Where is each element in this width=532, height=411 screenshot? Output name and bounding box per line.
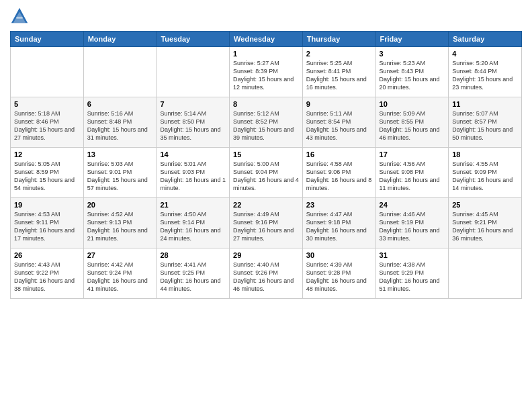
day-cell: 1Sunrise: 5:27 AMSunset: 8:39 PMDaylight… xyxy=(230,47,303,97)
day-number: 20 xyxy=(87,201,153,209)
day-info: Sunrise: 4:43 AMSunset: 9:22 PMDaylight:… xyxy=(14,261,80,293)
day-cell: 27Sunrise: 4:42 AMSunset: 9:24 PMDayligh… xyxy=(83,248,157,299)
day-number: 1 xyxy=(233,50,299,58)
day-number: 12 xyxy=(14,150,80,158)
day-number: 27 xyxy=(87,251,153,259)
day-cell xyxy=(157,47,230,97)
day-info: Sunrise: 5:09 AMSunset: 8:55 PMDaylight:… xyxy=(380,109,445,142)
day-info: Sunrise: 4:53 AMSunset: 9:11 PMDaylight:… xyxy=(14,210,80,243)
day-info: Sunrise: 4:45 AMSunset: 9:21 PMDaylight:… xyxy=(452,210,518,243)
day-cell: 28Sunrise: 4:41 AMSunset: 9:25 PMDayligh… xyxy=(157,248,230,299)
day-cell xyxy=(11,47,84,97)
day-number: 26 xyxy=(14,251,80,259)
logo xyxy=(10,7,32,26)
day-info: Sunrise: 5:11 AMSunset: 8:54 PMDaylight:… xyxy=(306,109,372,142)
col-header-wednesday: Wednesday xyxy=(230,32,303,47)
day-info: Sunrise: 4:55 AMSunset: 9:09 PMDaylight:… xyxy=(452,160,518,193)
day-info: Sunrise: 5:07 AMSunset: 8:57 PMDaylight:… xyxy=(452,109,518,142)
calendar-table: SundayMondayTuesdayWednesdayThursdayFrid… xyxy=(10,31,522,299)
day-info: Sunrise: 4:56 AMSunset: 9:08 PMDaylight:… xyxy=(380,160,445,193)
day-cell: 7Sunrise: 5:14 AMSunset: 8:50 PMDaylight… xyxy=(157,97,230,148)
day-cell: 20Sunrise: 4:52 AMSunset: 9:13 PMDayligh… xyxy=(83,198,157,248)
day-info: Sunrise: 5:25 AMSunset: 8:41 PMDaylight:… xyxy=(306,59,372,92)
day-cell: 9Sunrise: 5:11 AMSunset: 8:54 PMDaylight… xyxy=(302,97,375,148)
day-number: 19 xyxy=(14,201,80,209)
day-cell: 30Sunrise: 4:39 AMSunset: 9:28 PMDayligh… xyxy=(302,248,375,299)
day-number: 11 xyxy=(452,100,518,108)
week-row-2: 5Sunrise: 5:18 AMSunset: 8:46 PMDaylight… xyxy=(11,97,522,148)
day-number: 22 xyxy=(233,201,299,209)
day-number: 28 xyxy=(160,251,226,259)
day-number: 13 xyxy=(87,150,153,158)
day-info: Sunrise: 5:23 AMSunset: 8:43 PMDaylight:… xyxy=(380,59,445,92)
day-cell: 4Sunrise: 5:20 AMSunset: 8:44 PMDaylight… xyxy=(449,47,522,97)
day-info: Sunrise: 4:46 AMSunset: 9:19 PMDaylight:… xyxy=(380,210,445,243)
day-number: 2 xyxy=(306,50,372,58)
day-number: 24 xyxy=(380,201,445,209)
day-info: Sunrise: 5:12 AMSunset: 8:52 PMDaylight:… xyxy=(233,109,299,142)
week-row-5: 26Sunrise: 4:43 AMSunset: 9:22 PMDayligh… xyxy=(11,248,522,299)
day-number: 25 xyxy=(452,201,518,209)
day-cell: 3Sunrise: 5:23 AMSunset: 8:43 PMDaylight… xyxy=(375,47,449,97)
day-cell: 25Sunrise: 4:45 AMSunset: 9:21 PMDayligh… xyxy=(449,198,522,248)
day-cell: 24Sunrise: 4:46 AMSunset: 9:19 PMDayligh… xyxy=(375,198,449,248)
day-info: Sunrise: 5:18 AMSunset: 8:46 PMDaylight:… xyxy=(14,109,80,142)
header-row: SundayMondayTuesdayWednesdayThursdayFrid… xyxy=(11,32,522,47)
day-info: Sunrise: 4:42 AMSunset: 9:24 PMDaylight:… xyxy=(87,261,153,293)
col-header-friday: Friday xyxy=(375,32,449,47)
day-info: Sunrise: 4:52 AMSunset: 9:13 PMDaylight:… xyxy=(87,210,153,243)
day-cell: 31Sunrise: 4:38 AMSunset: 9:29 PMDayligh… xyxy=(375,248,449,299)
header xyxy=(10,7,522,26)
day-cell: 23Sunrise: 4:47 AMSunset: 9:18 PMDayligh… xyxy=(302,198,375,248)
day-info: Sunrise: 4:40 AMSunset: 9:26 PMDaylight:… xyxy=(233,261,299,293)
day-info: Sunrise: 5:14 AMSunset: 8:50 PMDaylight:… xyxy=(160,109,226,142)
day-info: Sunrise: 5:00 AMSunset: 9:04 PMDaylight:… xyxy=(233,160,299,193)
day-number: 8 xyxy=(233,100,299,108)
day-number: 3 xyxy=(380,50,445,58)
day-number: 15 xyxy=(233,150,299,158)
day-cell: 6Sunrise: 5:16 AMSunset: 8:48 PMDaylight… xyxy=(83,97,157,148)
day-cell: 18Sunrise: 4:55 AMSunset: 9:09 PMDayligh… xyxy=(449,148,522,198)
day-number: 6 xyxy=(87,100,153,108)
day-info: Sunrise: 4:41 AMSunset: 9:25 PMDaylight:… xyxy=(160,261,226,293)
calendar-page: SundayMondayTuesdayWednesdayThursdayFrid… xyxy=(0,0,532,411)
day-cell: 19Sunrise: 4:53 AMSunset: 9:11 PMDayligh… xyxy=(11,198,84,248)
day-info: Sunrise: 4:50 AMSunset: 9:14 PMDaylight:… xyxy=(160,210,226,243)
day-number: 14 xyxy=(160,150,226,158)
day-number: 4 xyxy=(452,50,518,58)
day-info: Sunrise: 4:38 AMSunset: 9:29 PMDaylight:… xyxy=(380,261,445,293)
week-row-3: 12Sunrise: 5:05 AMSunset: 8:59 PMDayligh… xyxy=(11,148,522,198)
day-cell: 22Sunrise: 4:49 AMSunset: 9:16 PMDayligh… xyxy=(230,198,303,248)
day-number: 10 xyxy=(380,100,445,108)
day-number: 29 xyxy=(233,251,299,259)
col-header-tuesday: Tuesday xyxy=(157,32,230,47)
svg-rect-2 xyxy=(16,17,22,19)
day-info: Sunrise: 5:01 AMSunset: 9:03 PMDaylight:… xyxy=(160,160,226,193)
day-number: 18 xyxy=(452,150,518,158)
day-cell: 29Sunrise: 4:40 AMSunset: 9:26 PMDayligh… xyxy=(230,248,303,299)
day-cell: 12Sunrise: 5:05 AMSunset: 8:59 PMDayligh… xyxy=(11,148,84,198)
day-cell: 26Sunrise: 4:43 AMSunset: 9:22 PMDayligh… xyxy=(11,248,84,299)
day-number: 21 xyxy=(160,201,226,209)
day-info: Sunrise: 4:39 AMSunset: 9:28 PMDaylight:… xyxy=(306,261,372,293)
col-header-sunday: Sunday xyxy=(11,32,84,47)
day-cell: 13Sunrise: 5:03 AMSunset: 9:01 PMDayligh… xyxy=(83,148,157,198)
week-row-4: 19Sunrise: 4:53 AMSunset: 9:11 PMDayligh… xyxy=(11,198,522,248)
day-number: 30 xyxy=(306,251,372,259)
day-cell: 17Sunrise: 4:56 AMSunset: 9:08 PMDayligh… xyxy=(375,148,449,198)
week-row-1: 1Sunrise: 5:27 AMSunset: 8:39 PMDaylight… xyxy=(11,47,522,97)
day-cell: 5Sunrise: 5:18 AMSunset: 8:46 PMDaylight… xyxy=(11,97,84,148)
day-number: 9 xyxy=(306,100,372,108)
col-header-saturday: Saturday xyxy=(449,32,522,47)
day-cell: 10Sunrise: 5:09 AMSunset: 8:55 PMDayligh… xyxy=(375,97,449,148)
day-cell: 15Sunrise: 5:00 AMSunset: 9:04 PMDayligh… xyxy=(230,148,303,198)
day-info: Sunrise: 4:49 AMSunset: 9:16 PMDaylight:… xyxy=(233,210,299,243)
day-number: 5 xyxy=(14,100,80,108)
day-number: 31 xyxy=(380,251,445,259)
day-number: 17 xyxy=(380,150,445,158)
col-header-thursday: Thursday xyxy=(302,32,375,47)
day-info: Sunrise: 5:03 AMSunset: 9:01 PMDaylight:… xyxy=(87,160,153,193)
day-cell: 2Sunrise: 5:25 AMSunset: 8:41 PMDaylight… xyxy=(302,47,375,97)
day-cell: 8Sunrise: 5:12 AMSunset: 8:52 PMDaylight… xyxy=(230,97,303,148)
day-cell: 14Sunrise: 5:01 AMSunset: 9:03 PMDayligh… xyxy=(157,148,230,198)
